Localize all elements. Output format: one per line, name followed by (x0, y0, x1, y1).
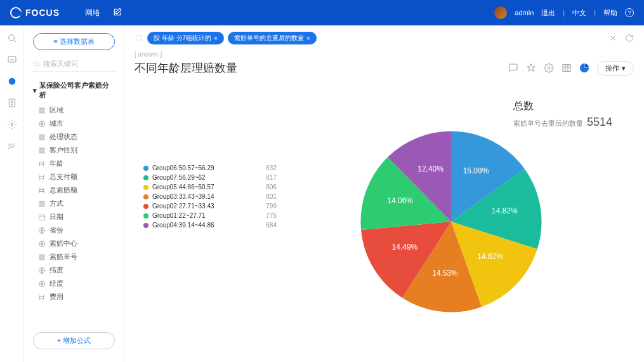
field-item[interactable]: 纬度 (38, 264, 117, 277)
summary-title: 总数 (513, 100, 612, 113)
field-item[interactable]: 城市 (38, 117, 117, 130)
help-icon[interactable]: ? (625, 8, 634, 17)
pill-label: 索赔单号的去重后的数量 (234, 34, 304, 43)
user-label[interactable]: admin (515, 9, 534, 17)
field-label: 日期 (49, 212, 63, 222)
legend-label: Group03:33.43~39.14 (152, 193, 214, 200)
settings-nav-icon[interactable] (7, 119, 17, 130)
field-label: 方式 (49, 199, 63, 208)
logo-text: FOCUS (25, 8, 60, 18)
field-label: 总支付额 (49, 172, 77, 182)
breadcrumb: [ answer ] (124, 51, 644, 58)
search-placeholder: 搜索关键词 (43, 59, 78, 69)
field-item[interactable]: 索赔单号 (38, 250, 117, 264)
legend-value: 775 (266, 212, 277, 219)
doc-nav-icon[interactable] (7, 98, 17, 108)
svg-point-6 (34, 62, 39, 66)
field-item[interactable]: 日期 (38, 210, 117, 224)
field-list: 区域城市处理状态客户性别年龄总支付额总索赔额方式日期省份索赔中心索赔单号纬度经度… (30, 104, 117, 304)
legend-item[interactable]: Group05:44.86~50.57806 (143, 182, 277, 192)
lang-link[interactable]: 中文 (572, 8, 586, 18)
close-icon[interactable]: × (214, 35, 218, 42)
clear-icon[interactable] (608, 34, 617, 43)
field-label: 区域 (49, 105, 63, 115)
help-link[interactable]: 帮助 (603, 8, 617, 18)
field-item[interactable]: 方式 (38, 197, 117, 210)
search-icon (33, 60, 41, 68)
add-formula-button[interactable]: + 增加公式 (33, 332, 115, 349)
pie-wrap: 15.09%14.82%14.62%14.53%14.49%14.06%12.4… (277, 93, 625, 349)
field-label: 索赔单号 (49, 252, 77, 262)
legend-item[interactable]: Group06:50.57~56.29832 (143, 163, 277, 173)
field-item[interactable]: 费用 (38, 290, 117, 304)
legend-item[interactable]: Group04:39.14~44.86684 (143, 220, 277, 230)
select-table-button[interactable]: ≡ 选择数据表 (33, 33, 115, 50)
summary-label: 索赔单号去重后的数量 : (513, 119, 587, 127)
svg-rect-1 (8, 57, 16, 62)
legend-item[interactable]: Group02:27.71~33.43799 (143, 201, 277, 211)
field-item[interactable]: 处理状态 (38, 130, 117, 144)
slice-label: 14.53% (432, 268, 458, 277)
close-icon[interactable]: × (306, 35, 310, 42)
logo: FOCUS (10, 7, 60, 18)
field-label: 纬度 (49, 265, 63, 275)
operation-button[interactable]: 操作▾ (597, 61, 634, 76)
field-label: 费用 (49, 292, 63, 302)
search-nav-icon[interactable] (7, 33, 17, 43)
pie-chart-icon[interactable] (579, 63, 589, 73)
field-type-icon (38, 280, 46, 288)
question-nav-icon[interactable]: ? (7, 76, 17, 86)
field-type-icon (38, 107, 46, 114)
field-label: 处理状态 (49, 132, 77, 142)
field-item[interactable]: 客户性别 (38, 144, 117, 157)
field-item[interactable]: 经度 (38, 277, 117, 290)
field-item[interactable]: 省份 (38, 224, 117, 237)
sidebar-search[interactable]: 搜索关键词 (32, 57, 116, 72)
field-label: 客户性别 (49, 145, 77, 155)
slice-label: 14.62% (477, 252, 503, 261)
chevron-down-icon: ▾ (33, 86, 37, 95)
legend-label: Group07:56.29~62 (152, 174, 206, 181)
query-pill[interactable]: 索赔单号的去重后的数量× (228, 32, 317, 44)
refresh-icon[interactable] (625, 34, 634, 43)
gear-icon[interactable] (544, 63, 554, 73)
legend-label: Group04:39.14~44.86 (152, 222, 214, 229)
legend-item[interactable]: Group01:22~27.71775 (143, 211, 277, 220)
icon-sidebar: ? (0, 25, 24, 362)
nav-network[interactable]: 网络 (85, 8, 100, 18)
legend-item[interactable]: Group03:33.43~39.14801 (143, 192, 277, 201)
field-type-icon (38, 253, 46, 261)
dashboard-nav-icon[interactable] (7, 55, 17, 65)
svg-point-5 (11, 123, 13, 126)
pin-icon[interactable] (526, 63, 536, 73)
query-pill[interactable]: 按 年龄 分7组统计的× (147, 32, 224, 44)
tree-header[interactable]: ▾ 某保险公司客户索赔分析 (30, 77, 117, 104)
legend-value: 801 (266, 193, 277, 200)
table-icon[interactable] (562, 63, 572, 73)
field-item[interactable]: 总索赔额 (38, 184, 117, 197)
legend-item[interactable]: Group07:56.29~62817 (143, 173, 277, 182)
avatar[interactable] (494, 6, 507, 19)
logout-link[interactable]: 退出 (541, 8, 555, 18)
pie-chart: 15.09%14.82%14.62%14.53%14.49%14.06%12.4… (356, 126, 546, 317)
logo-icon (10, 7, 22, 18)
field-type-icon (38, 240, 46, 248)
legend-label: Group02:27.71~33.43 (152, 203, 214, 210)
field-item[interactable]: 总支付额 (38, 170, 117, 184)
field-item[interactable]: 索赔中心 (38, 237, 117, 250)
analytics-nav-icon[interactable] (7, 141, 17, 151)
slice-label: 12.40% (417, 164, 444, 173)
field-type-icon (38, 120, 46, 128)
legend-value: 832 (266, 164, 277, 171)
field-item[interactable]: 年龄 (38, 157, 117, 170)
field-tree: ▾ 某保险公司客户索赔分析 区域城市处理状态客户性别年龄总支付额总索赔额方式日期… (24, 77, 124, 327)
field-item[interactable]: 区域 (38, 104, 117, 117)
pill-label: 按 年龄 分7组统计的 (154, 34, 211, 43)
comment-icon[interactable] (508, 63, 518, 73)
summary-panel: 总数 索赔单号去重后的数量 :5514 (513, 100, 612, 129)
edit-icon[interactable] (113, 8, 122, 17)
slice-label: 14.82% (492, 206, 518, 215)
svg-point-13 (136, 35, 141, 40)
svg-point-0 (8, 35, 14, 41)
svg-point-14 (548, 67, 550, 69)
